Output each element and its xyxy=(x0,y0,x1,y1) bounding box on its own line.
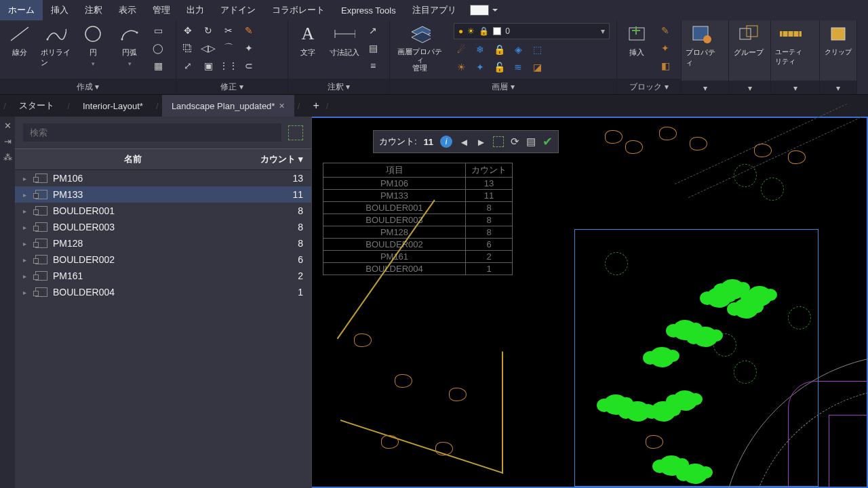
svg-point-5 xyxy=(136,32,138,34)
tool-mirror[interactable]: ◁▷ xyxy=(201,41,216,56)
layer-dropdown[interactable]: ● ☀ 🔒 0 ▾ xyxy=(454,23,610,39)
list-header[interactable]: 名前 カウント ▾ xyxy=(15,148,311,170)
layer-unlock-icon[interactable]: 🔓 xyxy=(492,60,507,75)
tool-offset[interactable]: ⊂ xyxy=(241,58,256,73)
block-attr-icon[interactable]: ✦ xyxy=(658,41,673,56)
layer-thaw-icon[interactable]: ✦ xyxy=(473,60,488,75)
tool-group[interactable]: グループ xyxy=(733,23,764,58)
block-row[interactable]: ▸PM1612 xyxy=(15,268,311,284)
layer-name: 0 xyxy=(505,26,510,36)
search-input[interactable] xyxy=(23,123,281,142)
tool-hatch[interactable]: ▦ xyxy=(151,58,165,73)
block-define-icon[interactable]: ◧ xyxy=(658,58,673,73)
table-cell: 8 xyxy=(466,226,512,238)
ribbon-group-expand[interactable]: ▾ xyxy=(820,81,856,94)
menu-tab[interactable]: コラボレート xyxy=(264,0,333,20)
tool-clip[interactable]: クリップ xyxy=(824,23,852,57)
confirm-button[interactable]: ✔ xyxy=(542,134,553,149)
tool-array[interactable]: ⋮⋮ xyxy=(221,58,236,73)
tool-arc[interactable]: 円弧▾ xyxy=(114,23,145,67)
new-tab-button[interactable]: + xyxy=(304,95,323,117)
block-count: 8 xyxy=(276,205,303,216)
next-button[interactable]: ► xyxy=(476,136,486,148)
expand-icon: ▸ xyxy=(23,191,30,199)
tool-properties[interactable]: プロパティ xyxy=(686,23,717,68)
document-tab[interactable]: スタート xyxy=(9,95,64,117)
menu-tab[interactable]: 出力 xyxy=(178,0,212,20)
document-tab[interactable]: Interior-Layout* xyxy=(73,95,153,117)
ribbon-group-label[interactable]: 作成 ▾ xyxy=(0,79,176,94)
tool-circle[interactable]: 円▾ xyxy=(77,23,108,67)
tool-erase[interactable]: ✎ xyxy=(241,23,256,38)
block-row[interactable]: ▸PM10613 xyxy=(15,170,311,186)
menu-tab[interactable]: Express Tools xyxy=(333,0,404,20)
ribbon-group-expand[interactable]: ▾ xyxy=(729,81,770,94)
tool-line[interactable]: 線分 xyxy=(4,23,35,58)
tool-dimension[interactable]: 寸法記入 xyxy=(329,23,360,58)
menu-tab[interactable]: 注釈 xyxy=(77,0,111,20)
tool-text[interactable]: A文字 xyxy=(292,23,323,58)
tool-trim[interactable]: ✂ xyxy=(221,23,236,38)
tool-mtext[interactable]: ≡ xyxy=(366,58,380,73)
block-icon xyxy=(35,255,47,264)
tool-insert-block[interactable]: 挿入 xyxy=(621,23,652,58)
ribbon-group-expand[interactable]: ▾ xyxy=(682,81,728,94)
tool-move[interactable]: ✥ xyxy=(180,23,195,38)
block-row[interactable]: ▸PM1288 xyxy=(15,235,311,251)
block-row[interactable]: ▸BOULDER0018 xyxy=(15,203,311,219)
layer-off-icon[interactable]: ☄ xyxy=(454,42,469,57)
layer-states-icon[interactable]: ◪ xyxy=(530,60,545,75)
block-row[interactable]: ▸BOULDER0041 xyxy=(15,284,311,300)
block-row[interactable]: ▸BOULDER0038 xyxy=(15,219,311,235)
menu-tab[interactable]: 管理 xyxy=(144,0,178,20)
pin-icon[interactable]: ⇥ xyxy=(4,136,12,146)
settings-icon[interactable]: ⁂ xyxy=(3,152,12,162)
table-cell: 11 xyxy=(466,190,512,201)
prev-button[interactable]: ◄ xyxy=(459,136,469,148)
close-icon[interactable]: ✕ xyxy=(4,121,12,131)
layer-walk-icon[interactable]: ≋ xyxy=(511,60,526,75)
layer-freeze-icon[interactable]: ❄ xyxy=(473,42,488,57)
tool-layer-manager[interactable]: 画層プロパティ 管理 xyxy=(394,23,446,72)
layer-merge-icon[interactable]: ⬚ xyxy=(530,42,545,57)
tool-copy[interactable]: ⿻ xyxy=(180,41,195,56)
block-edit-icon[interactable]: ✎ xyxy=(658,23,673,38)
tool-stretch[interactable]: ⤢ xyxy=(180,58,195,73)
layer-on-icon[interactable]: ☀ xyxy=(454,60,469,75)
ribbon-group-expand[interactable]: ▾ xyxy=(771,81,819,94)
select-area-icon[interactable] xyxy=(493,136,504,147)
tool-leader[interactable]: ↗ xyxy=(366,23,380,38)
header-count: カウント ▾ xyxy=(242,153,303,165)
appearance-swatch[interactable] xyxy=(470,5,489,16)
tool-table[interactable]: ▤ xyxy=(366,41,380,56)
menu-tab[interactable]: 表示 xyxy=(111,0,144,20)
layer-lock-icon[interactable]: 🔒 xyxy=(492,42,507,57)
block-row[interactable]: ▸BOULDER0026 xyxy=(15,251,311,268)
tool-polyline[interactable]: ポリライン xyxy=(41,23,72,68)
tool-scale[interactable]: ▣ xyxy=(201,58,216,73)
info-icon[interactable]: i xyxy=(440,136,452,148)
document-tab[interactable]: Landscape Plan_updated*× xyxy=(162,95,294,117)
tool-ellipse[interactable]: ◯ xyxy=(151,41,165,56)
select-objects-icon[interactable] xyxy=(288,125,303,140)
tool-fillet[interactable]: ⌒ xyxy=(221,41,236,56)
ribbon-group-label[interactable]: 注釈 ▾ xyxy=(288,79,389,94)
ribbon-group-label[interactable]: ブロック ▾ xyxy=(617,79,681,94)
menu-tab[interactable]: ホーム xyxy=(0,0,43,20)
tool-rect[interactable]: ▭ xyxy=(151,23,165,38)
ribbon-group-label[interactable]: 修正 ▾ xyxy=(176,79,288,94)
close-icon[interactable]: × xyxy=(279,100,284,111)
tool-rotate[interactable]: ↻ xyxy=(201,23,216,38)
menu-tab[interactable]: 挿入 xyxy=(43,0,77,20)
menu-tab[interactable]: アドイン xyxy=(212,0,264,20)
insert-table-icon[interactable]: ▤ xyxy=(526,136,536,148)
tool-explode[interactable]: ✦ xyxy=(241,41,256,56)
refresh-icon[interactable]: ⟳ xyxy=(511,136,519,148)
menu-tab[interactable]: 注目アプリ xyxy=(404,0,465,20)
tool-utility[interactable]: ユーティリティ xyxy=(775,23,806,66)
block-row[interactable]: ▸PM13311 xyxy=(15,186,311,203)
ribbon-group-label[interactable]: 画層 ▾ xyxy=(390,79,616,94)
count-value: 11 xyxy=(424,137,433,147)
layer-iso-icon[interactable]: ◈ xyxy=(511,42,526,57)
palette-gutter: ✕ ⇥ ⁂ xyxy=(0,117,15,488)
